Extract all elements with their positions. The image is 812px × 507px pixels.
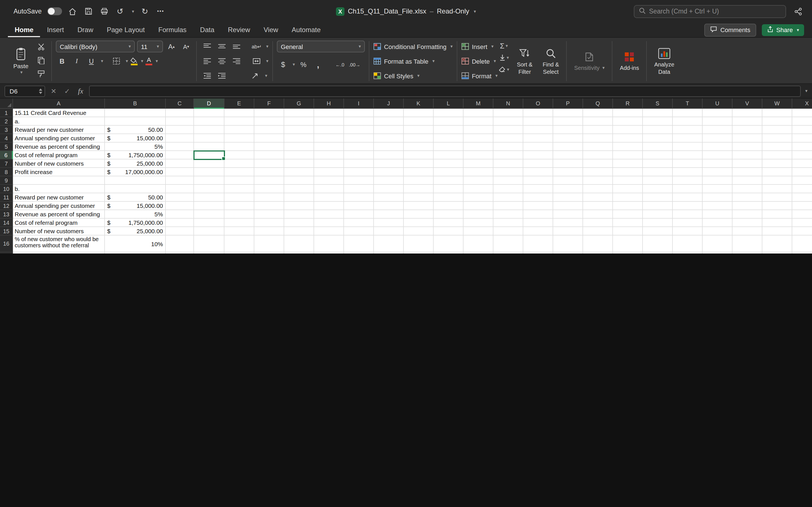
cell-s13[interactable]: [643, 210, 673, 219]
underline-chevron-icon[interactable]: ▾: [101, 59, 103, 64]
home-icon[interactable]: [68, 6, 78, 16]
cell-l13[interactable]: [434, 210, 463, 219]
cell-j15[interactable]: [374, 227, 404, 235]
cell-d8[interactable]: [194, 168, 224, 176]
cell-c17[interactable]: [166, 252, 194, 253]
cell-c8[interactable]: [166, 168, 194, 176]
tab-home[interactable]: Home: [8, 22, 40, 37]
cell-p2[interactable]: [553, 117, 583, 126]
cell-v2[interactable]: [732, 117, 762, 126]
currency-chevron-icon[interactable]: ▾: [293, 62, 295, 67]
cell-q5[interactable]: [583, 143, 613, 151]
tab-page-layout[interactable]: Page Layout: [100, 22, 152, 37]
cell-e8[interactable]: [224, 168, 254, 176]
cell-l15[interactable]: [434, 227, 463, 235]
cell-l14[interactable]: [434, 219, 463, 227]
cell-h5[interactable]: [314, 143, 344, 151]
cell-r12[interactable]: [613, 202, 643, 210]
cell-l5[interactable]: [434, 143, 463, 151]
insert-function-icon[interactable]: fx: [75, 87, 86, 96]
cell-c13[interactable]: [166, 210, 194, 219]
share-button[interactable]: Share ▾: [762, 24, 804, 36]
cell-b4[interactable]: $15,000.00: [105, 134, 166, 143]
cell-k14[interactable]: [404, 219, 434, 227]
cell-i6[interactable]: [344, 151, 374, 159]
cell-f11[interactable]: [254, 193, 284, 202]
cell-h11[interactable]: [314, 193, 344, 202]
cell-t9[interactable]: [673, 176, 703, 185]
cell-a13[interactable]: Revenue as percent of spending: [13, 210, 105, 219]
cell-x15[interactable]: [792, 227, 812, 235]
cell-s17[interactable]: [643, 252, 673, 253]
cell-f2[interactable]: [254, 117, 284, 126]
cell-f3[interactable]: [254, 126, 284, 134]
cell-r8[interactable]: [613, 168, 643, 176]
cell-b7[interactable]: $25,000.00: [105, 159, 166, 168]
cell-j1[interactable]: [374, 109, 404, 117]
cell-s9[interactable]: [643, 176, 673, 185]
cell-k12[interactable]: [404, 202, 434, 210]
cell-m6[interactable]: [463, 151, 493, 159]
merge-chevron-icon[interactable]: ▾: [266, 59, 268, 64]
cell-p5[interactable]: [553, 143, 583, 151]
cell-e1[interactable]: [224, 109, 254, 117]
cell-u5[interactable]: [703, 143, 732, 151]
cell-a7[interactable]: Number of new customers: [13, 159, 105, 168]
cell-o7[interactable]: [523, 159, 553, 168]
cell-o17[interactable]: [523, 252, 553, 253]
align-top-icon[interactable]: [201, 41, 213, 52]
cell-e12[interactable]: [224, 202, 254, 210]
cell-u13[interactable]: [703, 210, 732, 219]
row-header-15[interactable]: 15: [0, 227, 13, 235]
row-header-9[interactable]: 9: [0, 176, 13, 185]
row-header-11[interactable]: 11: [0, 193, 13, 202]
cell-w15[interactable]: [762, 227, 792, 235]
cell-t3[interactable]: [673, 126, 703, 134]
row-header-14[interactable]: 14: [0, 219, 13, 227]
cell-v17[interactable]: [732, 252, 762, 253]
cell-k16[interactable]: [404, 235, 434, 252]
cell-q11[interactable]: [583, 193, 613, 202]
cell-x9[interactable]: [792, 176, 812, 185]
cell-j7[interactable]: [374, 159, 404, 168]
cell-t11[interactable]: [673, 193, 703, 202]
cell-w11[interactable]: [762, 193, 792, 202]
cell-t5[interactable]: [673, 143, 703, 151]
cell-f5[interactable]: [254, 143, 284, 151]
cell-a12[interactable]: Annual spending per customer: [13, 202, 105, 210]
cell-h1[interactable]: [314, 109, 344, 117]
cell-w7[interactable]: [762, 159, 792, 168]
conditional-formatting-button[interactable]: Conditional Formatting ▾: [373, 40, 453, 53]
cell-n1[interactable]: [493, 109, 523, 117]
cell-c3[interactable]: [166, 126, 194, 134]
cell-u8[interactable]: [703, 168, 732, 176]
cell-o15[interactable]: [523, 227, 553, 235]
cell-f14[interactable]: [254, 219, 284, 227]
cell-w16[interactable]: [762, 235, 792, 252]
cell-m1[interactable]: [463, 109, 493, 117]
cell-o9[interactable]: [523, 176, 553, 185]
cell-h14[interactable]: [314, 219, 344, 227]
cell-l3[interactable]: [434, 126, 463, 134]
cell-n6[interactable]: [493, 151, 523, 159]
row-header-2[interactable]: 2: [0, 117, 13, 126]
cell-c1[interactable]: [166, 109, 194, 117]
save-icon[interactable]: [84, 6, 94, 16]
cell-s10[interactable]: [643, 185, 673, 193]
cell-b15[interactable]: $25,000.00: [105, 227, 166, 235]
cell-p8[interactable]: [553, 168, 583, 176]
cell-o2[interactable]: [523, 117, 553, 126]
cell-b8[interactable]: $17,000,000.00: [105, 168, 166, 176]
cell-p7[interactable]: [553, 159, 583, 168]
share-chevron-icon[interactable]: ▾: [797, 27, 799, 33]
cell-g7[interactable]: [284, 159, 314, 168]
cell-t7[interactable]: [673, 159, 703, 168]
cell-r16[interactable]: [613, 235, 643, 252]
cell-l17[interactable]: [434, 252, 463, 253]
cell-n4[interactable]: [493, 134, 523, 143]
cell-f4[interactable]: [254, 134, 284, 143]
cell-k6[interactable]: [404, 151, 434, 159]
cell-c6[interactable]: [166, 151, 194, 159]
cell-t17[interactable]: [673, 252, 703, 253]
cell-x4[interactable]: [792, 134, 812, 143]
